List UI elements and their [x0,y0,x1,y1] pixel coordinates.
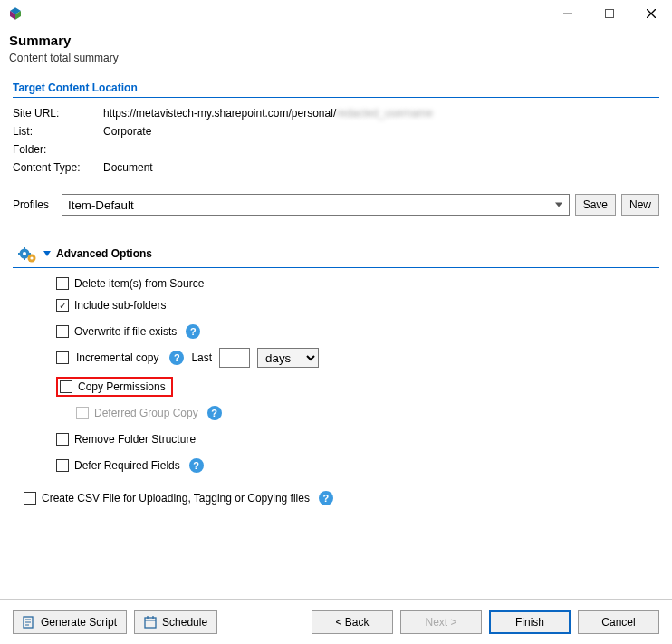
advanced-options-label: Advanced Options [56,247,152,260]
incremental-label: Incremental copy [76,351,158,364]
svg-rect-16 [145,618,156,628]
help-icon[interactable]: ? [319,491,333,505]
defer-required-label: Defer Required Fields [74,459,180,472]
svg-point-11 [30,256,33,259]
incremental-checkbox[interactable] [56,351,69,364]
svg-rect-6 [24,247,25,249]
chevron-down-icon [43,251,51,256]
list-label: List: [13,125,103,138]
svg-rect-7 [24,258,25,260]
save-profile-button[interactable]: Save [575,194,616,216]
profiles-select[interactable] [62,194,570,216]
finish-button[interactable]: Finish [489,610,571,634]
cancel-button[interactable]: Cancel [578,610,659,634]
page-header: Summary Content total summary [0,27,672,72]
content-type-value: Document [103,161,153,174]
help-icon[interactable]: ? [169,351,184,365]
close-button[interactable] [630,0,672,27]
gears-icon [13,243,38,264]
overwrite-label: Overwrite if file exists [74,325,177,338]
delete-source-checkbox[interactable] [56,277,69,290]
folder-label: Folder: [13,143,103,156]
include-subfolders-label: Include sub-folders [74,299,166,312]
help-icon[interactable]: ? [189,458,204,473]
app-logo-icon [7,5,24,22]
defer-required-checkbox[interactable] [56,459,69,472]
copy-permissions-label: Copy Permissions [78,380,166,393]
svg-point-5 [23,252,26,255]
create-csv-label: Create CSV File for Uploading, Tagging o… [42,492,310,505]
site-url-value: https://metavistech-my.sharepoint.com/pe… [103,107,336,120]
maximize-button[interactable] [589,0,630,27]
site-url-label: Site URL: [13,107,103,120]
schedule-button[interactable]: Schedule [134,610,217,634]
copy-permissions-checkbox[interactable] [60,380,72,393]
titlebar[interactable] [0,0,672,27]
content-scroll[interactable]: Target Content Location Site URL: https:… [0,72,672,566]
overwrite-checkbox[interactable] [56,325,69,338]
deferred-group-checkbox [76,407,89,419]
new-profile-button[interactable]: New [621,194,659,216]
remove-folder-label: Remove Folder Structure [74,433,196,446]
next-button: Next > [400,610,482,634]
svg-rect-1 [606,10,614,18]
create-csv-checkbox[interactable] [24,492,36,505]
days-unit-select[interactable]: days [257,348,319,368]
advanced-options-header[interactable]: Advanced Options [13,243,659,268]
delete-source-label: Delete item(s) from Source [74,277,204,290]
minimize-button[interactable] [547,0,589,27]
back-button[interactable]: < Back [312,610,393,634]
script-icon [23,616,35,629]
copy-permissions-highlight: Copy Permissions [56,377,173,397]
days-input[interactable] [219,348,250,368]
deferred-group-label: Deferred Group Copy [94,407,198,419]
generate-script-button[interactable]: Generate Script [13,610,127,634]
content-type-label: Content Type: [13,161,103,174]
last-label: Last [191,351,212,364]
remove-folder-checkbox[interactable] [56,433,69,446]
include-subfolders-checkbox[interactable] [56,299,69,312]
profiles-label: Profiles [13,198,56,211]
page-title: Summary [9,33,663,48]
list-value: Corporate [103,125,151,138]
site-url-hidden: redacted_username [336,107,433,120]
svg-rect-8 [18,253,20,255]
target-section-title: Target Content Location [13,82,659,98]
footer: Generate Script Schedule < Back Next > F… [0,599,672,644]
calendar-icon [144,616,157,629]
help-icon[interactable]: ? [186,324,200,339]
help-icon[interactable]: ? [207,406,222,420]
page-subtitle: Content total summary [9,52,663,64]
